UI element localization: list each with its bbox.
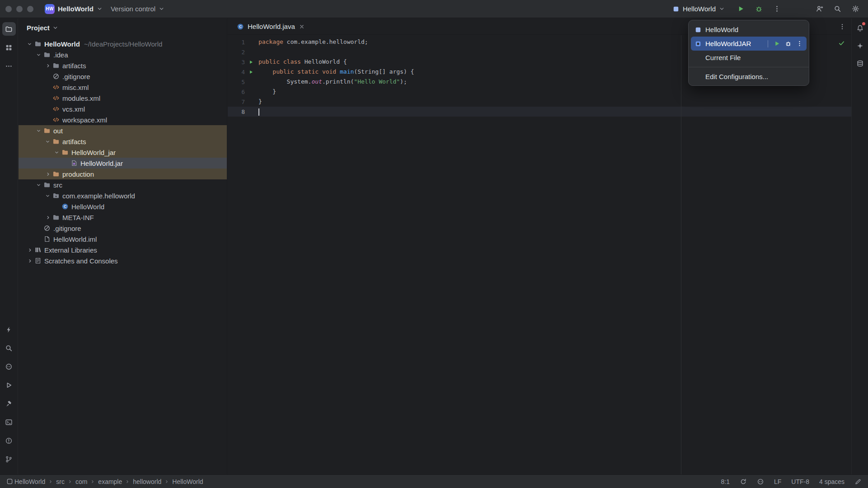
edit-configurations-item[interactable]: Edit Configurations... — [691, 70, 807, 83]
tree-item-workspace-xml[interactable]: workspace.xml — [19, 114, 227, 125]
tree-item-helloworld[interactable]: CHelloWorld — [19, 201, 227, 212]
run-config-item-current-file[interactable]: Current File — [691, 51, 807, 65]
breadcrumb-item[interactable]: HelloWorld — [14, 478, 45, 485]
tab-options-icon[interactable] — [839, 23, 846, 30]
line-number[interactable]: 6 — [228, 89, 245, 95]
minimize-button[interactable] — [16, 6, 23, 12]
code-editor[interactable]: 1package com.example.helloworld;23public… — [228, 35, 851, 474]
code-line-7[interactable]: 7} — [228, 97, 851, 107]
line-number[interactable]: 3 — [228, 59, 245, 66]
tree-item-helloworld-jar[interactable]: HelloWorld.jar — [19, 158, 227, 169]
sync-widget[interactable] — [740, 478, 747, 485]
tree-item-out[interactable]: out — [19, 125, 227, 136]
database-button[interactable] — [853, 56, 867, 70]
tree-item-vcs-xml[interactable]: vcs.xml — [19, 103, 227, 114]
debug-icon[interactable] — [785, 40, 792, 47]
run-config-item-helloworld[interactable]: HelloWorld — [691, 23, 807, 37]
run-config-widget[interactable]: HelloWorld — [668, 2, 729, 16]
package-icon — [52, 192, 60, 199]
write-access[interactable] — [854, 478, 862, 485]
chevron-expanded-icon[interactable] — [43, 137, 52, 146]
project-widget[interactable]: HW HelloWorld — [41, 2, 107, 16]
tree-item-scratches-and-consoles[interactable]: Scratches and Consoles — [19, 255, 227, 266]
chevron-expanded-icon[interactable] — [34, 50, 43, 59]
build-tool-button[interactable] — [2, 397, 16, 410]
tree-item-meta-inf[interactable]: META-INF — [19, 212, 227, 223]
tree-item-helloworld-iml[interactable]: HelloWorld.iml — [19, 234, 227, 244]
chevron-collapsed-icon[interactable] — [43, 169, 52, 178]
code-with-me-button[interactable] — [813, 3, 826, 15]
run-button[interactable] — [734, 3, 747, 15]
notifications-button[interactable] — [853, 21, 867, 35]
run-gutter-icon[interactable] — [245, 70, 257, 75]
run-icon[interactable] — [774, 40, 780, 47]
vcs-widget[interactable]: Version control — [107, 2, 169, 16]
line-separator[interactable]: LF — [774, 478, 781, 485]
tree-item-helloworld[interactable]: HelloWorld~/IdeaProjects/HelloWorld — [19, 38, 227, 49]
tree-item-com-example-helloworld[interactable]: com.example.helloworld — [19, 190, 227, 201]
line-number[interactable]: 5 — [228, 79, 245, 85]
settings-button[interactable] — [849, 3, 862, 15]
ai-assistant-button[interactable] — [853, 39, 867, 52]
bolt-tool-button[interactable] — [2, 323, 16, 336]
breadcrumb-item[interactable]: com — [75, 478, 87, 485]
breadcrumb-item[interactable]: src — [56, 478, 65, 485]
run-gutter-icon[interactable] — [245, 60, 257, 65]
run-tool-button[interactable] — [2, 378, 16, 392]
tree-item-modules-xml[interactable]: modules.xml — [19, 93, 227, 103]
chevron-expanded-icon[interactable] — [34, 126, 43, 135]
chevron-expanded-icon[interactable] — [34, 180, 43, 189]
copilot-status[interactable] — [757, 478, 764, 485]
search-everywhere-button[interactable] — [831, 3, 844, 15]
debug-button[interactable] — [752, 3, 765, 15]
tab-helloworld-java[interactable]: C HelloWorld.java — [233, 19, 309, 35]
folder-icon — [52, 214, 60, 221]
run-config-item-helloworldjar[interactable]: HelloWorldJAR — [691, 37, 807, 51]
line-number[interactable]: 7 — [228, 99, 245, 105]
tab-close-icon[interactable] — [299, 23, 305, 30]
breadcrumb-item[interactable]: HelloWorld — [172, 478, 203, 485]
breadcrumb-item[interactable]: example — [98, 478, 122, 485]
inspections-ok-icon[interactable] — [838, 40, 845, 47]
more-actions-button[interactable] — [770, 3, 783, 15]
chevron-collapsed-icon[interactable] — [25, 256, 34, 265]
line-number[interactable]: 2 — [228, 49, 245, 56]
tree-item-artifacts[interactable]: artifacts — [19, 136, 227, 147]
code-line-8[interactable]: 8 — [228, 107, 851, 117]
close-button[interactable] — [5, 6, 12, 12]
chevron-expanded-icon[interactable] — [52, 148, 61, 157]
line-number[interactable]: 1 — [228, 39, 245, 46]
zoom-button[interactable] — [27, 6, 33, 12]
chevron-collapsed-icon[interactable] — [25, 245, 34, 254]
breadcrumb-item[interactable]: helloworld — [133, 478, 161, 485]
caret-position[interactable]: 8:1 — [721, 478, 729, 485]
structure-tool-button[interactable] — [2, 41, 16, 54]
tree-item-artifacts[interactable]: artifacts — [19, 60, 227, 71]
encoding[interactable]: UTF-8 — [791, 478, 809, 485]
tree-item-idea[interactable]: .idea — [19, 49, 227, 60]
tree-item-helloworld-jar[interactable]: HelloWorld_jar — [19, 147, 227, 158]
code-line-6[interactable]: 6 } — [228, 87, 851, 97]
git-tool-button[interactable] — [2, 452, 16, 466]
more-tools-button[interactable] — [2, 59, 16, 73]
chevron-collapsed-icon[interactable] — [43, 213, 52, 222]
chevron-collapsed-icon[interactable] — [43, 61, 52, 70]
project-panel-header[interactable]: Project — [19, 19, 227, 37]
find-tool-button[interactable] — [2, 341, 16, 355]
chevron-expanded-icon[interactable] — [43, 191, 52, 200]
problems-tool-button[interactable] — [2, 434, 16, 447]
project-tool-button[interactable] — [2, 22, 16, 36]
tree-item-production[interactable]: production — [19, 169, 227, 179]
copilot-tool-button[interactable] — [2, 360, 16, 373]
tree-item-external-libraries[interactable]: External Libraries — [19, 244, 227, 255]
line-number[interactable]: 4 — [228, 69, 245, 75]
chevron-expanded-icon[interactable] — [25, 39, 34, 48]
indent-style[interactable]: 4 spaces — [819, 478, 845, 485]
tree-item-gitignore[interactable]: .gitignore — [19, 223, 227, 234]
tree-item-gitignore[interactable]: .gitignore — [19, 71, 227, 82]
line-number[interactable]: 8 — [228, 108, 245, 115]
more-vert-icon[interactable] — [796, 40, 803, 47]
terminal-tool-button[interactable] — [2, 415, 16, 429]
tree-item-src[interactable]: src — [19, 179, 227, 190]
tree-item-misc-xml[interactable]: misc.xml — [19, 82, 227, 93]
